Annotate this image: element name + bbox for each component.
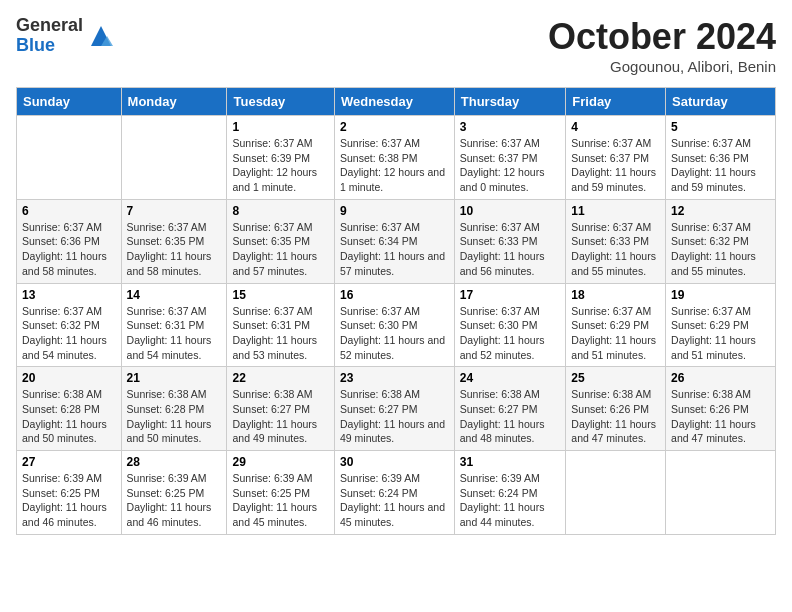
col-header-wednesday: Wednesday [334,88,454,116]
calendar-cell [17,116,122,200]
week-row-3: 13Sunrise: 6:37 AM Sunset: 6:32 PM Dayli… [17,283,776,367]
calendar-table: SundayMondayTuesdayWednesdayThursdayFrid… [16,87,776,535]
calendar-cell [666,451,776,535]
day-info: Sunrise: 6:38 AM Sunset: 6:27 PM Dayligh… [232,387,329,446]
day-info: Sunrise: 6:37 AM Sunset: 6:30 PM Dayligh… [460,304,561,363]
day-number: 11 [571,204,660,218]
day-number: 21 [127,371,222,385]
logo-general-text: General [16,16,83,36]
day-info: Sunrise: 6:37 AM Sunset: 6:32 PM Dayligh… [671,220,770,279]
calendar-cell: 5Sunrise: 6:37 AM Sunset: 6:36 PM Daylig… [666,116,776,200]
month-title: October 2024 [548,16,776,58]
calendar-cell: 25Sunrise: 6:38 AM Sunset: 6:26 PM Dayli… [566,367,666,451]
week-row-5: 27Sunrise: 6:39 AM Sunset: 6:25 PM Dayli… [17,451,776,535]
day-number: 17 [460,288,561,302]
calendar-cell: 27Sunrise: 6:39 AM Sunset: 6:25 PM Dayli… [17,451,122,535]
day-info: Sunrise: 6:37 AM Sunset: 6:36 PM Dayligh… [671,136,770,195]
day-info: Sunrise: 6:37 AM Sunset: 6:31 PM Dayligh… [232,304,329,363]
logo: General Blue [16,16,115,56]
calendar-cell: 4Sunrise: 6:37 AM Sunset: 6:37 PM Daylig… [566,116,666,200]
day-info: Sunrise: 6:37 AM Sunset: 6:37 PM Dayligh… [460,136,561,195]
calendar-cell: 1Sunrise: 6:37 AM Sunset: 6:39 PM Daylig… [227,116,335,200]
location-subtitle: Gogounou, Alibori, Benin [548,58,776,75]
calendar-cell: 16Sunrise: 6:37 AM Sunset: 6:30 PM Dayli… [334,283,454,367]
day-info: Sunrise: 6:38 AM Sunset: 6:27 PM Dayligh… [460,387,561,446]
calendar-cell: 21Sunrise: 6:38 AM Sunset: 6:28 PM Dayli… [121,367,227,451]
week-row-2: 6Sunrise: 6:37 AM Sunset: 6:36 PM Daylig… [17,199,776,283]
day-number: 30 [340,455,449,469]
calendar-cell: 19Sunrise: 6:37 AM Sunset: 6:29 PM Dayli… [666,283,776,367]
day-info: Sunrise: 6:39 AM Sunset: 6:24 PM Dayligh… [340,471,449,530]
day-info: Sunrise: 6:39 AM Sunset: 6:25 PM Dayligh… [127,471,222,530]
day-number: 9 [340,204,449,218]
day-number: 31 [460,455,561,469]
day-info: Sunrise: 6:37 AM Sunset: 6:36 PM Dayligh… [22,220,116,279]
day-number: 10 [460,204,561,218]
col-header-thursday: Thursday [454,88,566,116]
calendar-cell: 23Sunrise: 6:38 AM Sunset: 6:27 PM Dayli… [334,367,454,451]
col-header-tuesday: Tuesday [227,88,335,116]
calendar-cell: 18Sunrise: 6:37 AM Sunset: 6:29 PM Dayli… [566,283,666,367]
calendar-cell: 9Sunrise: 6:37 AM Sunset: 6:34 PM Daylig… [334,199,454,283]
calendar-cell: 31Sunrise: 6:39 AM Sunset: 6:24 PM Dayli… [454,451,566,535]
calendar-header-row: SundayMondayTuesdayWednesdayThursdayFrid… [17,88,776,116]
logo-blue-text: Blue [16,36,83,56]
day-number: 12 [671,204,770,218]
col-header-saturday: Saturday [666,88,776,116]
calendar-cell: 7Sunrise: 6:37 AM Sunset: 6:35 PM Daylig… [121,199,227,283]
day-info: Sunrise: 6:38 AM Sunset: 6:26 PM Dayligh… [571,387,660,446]
day-number: 25 [571,371,660,385]
calendar-cell: 28Sunrise: 6:39 AM Sunset: 6:25 PM Dayli… [121,451,227,535]
day-info: Sunrise: 6:38 AM Sunset: 6:26 PM Dayligh… [671,387,770,446]
day-info: Sunrise: 6:37 AM Sunset: 6:39 PM Dayligh… [232,136,329,195]
day-info: Sunrise: 6:37 AM Sunset: 6:32 PM Dayligh… [22,304,116,363]
logo-icon [87,22,115,50]
day-info: Sunrise: 6:39 AM Sunset: 6:24 PM Dayligh… [460,471,561,530]
calendar-cell: 6Sunrise: 6:37 AM Sunset: 6:36 PM Daylig… [17,199,122,283]
day-number: 4 [571,120,660,134]
day-number: 2 [340,120,449,134]
day-info: Sunrise: 6:37 AM Sunset: 6:38 PM Dayligh… [340,136,449,195]
day-info: Sunrise: 6:39 AM Sunset: 6:25 PM Dayligh… [22,471,116,530]
calendar-cell [566,451,666,535]
col-header-monday: Monday [121,88,227,116]
calendar-cell: 13Sunrise: 6:37 AM Sunset: 6:32 PM Dayli… [17,283,122,367]
calendar-cell: 11Sunrise: 6:37 AM Sunset: 6:33 PM Dayli… [566,199,666,283]
day-info: Sunrise: 6:38 AM Sunset: 6:28 PM Dayligh… [127,387,222,446]
calendar-cell: 14Sunrise: 6:37 AM Sunset: 6:31 PM Dayli… [121,283,227,367]
day-info: Sunrise: 6:38 AM Sunset: 6:27 PM Dayligh… [340,387,449,446]
day-number: 6 [22,204,116,218]
day-number: 28 [127,455,222,469]
day-number: 19 [671,288,770,302]
day-info: Sunrise: 6:37 AM Sunset: 6:30 PM Dayligh… [340,304,449,363]
day-info: Sunrise: 6:37 AM Sunset: 6:33 PM Dayligh… [571,220,660,279]
day-number: 8 [232,204,329,218]
col-header-sunday: Sunday [17,88,122,116]
day-info: Sunrise: 6:37 AM Sunset: 6:29 PM Dayligh… [571,304,660,363]
day-number: 5 [671,120,770,134]
page-header: General Blue October 2024 Gogounou, Alib… [16,16,776,75]
day-number: 15 [232,288,329,302]
calendar-cell: 12Sunrise: 6:37 AM Sunset: 6:32 PM Dayli… [666,199,776,283]
day-number: 18 [571,288,660,302]
calendar-cell: 8Sunrise: 6:37 AM Sunset: 6:35 PM Daylig… [227,199,335,283]
day-info: Sunrise: 6:37 AM Sunset: 6:31 PM Dayligh… [127,304,222,363]
calendar-cell: 15Sunrise: 6:37 AM Sunset: 6:31 PM Dayli… [227,283,335,367]
day-number: 27 [22,455,116,469]
day-info: Sunrise: 6:37 AM Sunset: 6:29 PM Dayligh… [671,304,770,363]
calendar-cell: 17Sunrise: 6:37 AM Sunset: 6:30 PM Dayli… [454,283,566,367]
day-number: 16 [340,288,449,302]
day-number: 24 [460,371,561,385]
day-number: 23 [340,371,449,385]
calendar-cell: 3Sunrise: 6:37 AM Sunset: 6:37 PM Daylig… [454,116,566,200]
day-number: 22 [232,371,329,385]
day-info: Sunrise: 6:37 AM Sunset: 6:35 PM Dayligh… [127,220,222,279]
calendar-cell: 22Sunrise: 6:38 AM Sunset: 6:27 PM Dayli… [227,367,335,451]
calendar-cell: 29Sunrise: 6:39 AM Sunset: 6:25 PM Dayli… [227,451,335,535]
day-number: 20 [22,371,116,385]
day-number: 26 [671,371,770,385]
day-number: 29 [232,455,329,469]
day-info: Sunrise: 6:37 AM Sunset: 6:34 PM Dayligh… [340,220,449,279]
week-row-4: 20Sunrise: 6:38 AM Sunset: 6:28 PM Dayli… [17,367,776,451]
calendar-cell: 10Sunrise: 6:37 AM Sunset: 6:33 PM Dayli… [454,199,566,283]
